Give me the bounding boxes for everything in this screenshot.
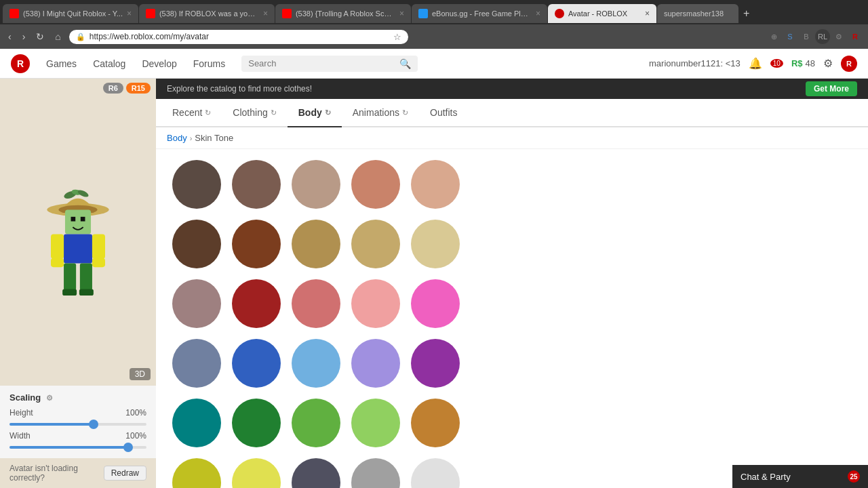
tab-close-yt1[interactable]: × bbox=[127, 9, 132, 18]
tab-animations[interactable]: Animations ↻ bbox=[342, 99, 419, 126]
color-swatch-5-1[interactable] bbox=[232, 458, 281, 488]
color-swatch-0-4[interactable] bbox=[411, 160, 460, 209]
color-swatch-2-4[interactable] bbox=[411, 279, 460, 328]
color-swatch-1-1[interactable] bbox=[232, 220, 281, 268]
clothing-refresh-icon: ↻ bbox=[271, 108, 277, 117]
chat-bar[interactable]: Chat & Party 25 bbox=[732, 465, 868, 488]
tab-favicon-ebonus bbox=[418, 9, 428, 18]
color-swatch-4-3[interactable] bbox=[351, 399, 400, 447]
nav-forums[interactable]: Forums bbox=[193, 58, 225, 69]
color-swatch-2-0[interactable] bbox=[172, 279, 221, 328]
height-slider-thumb[interactable] bbox=[89, 420, 98, 429]
color-swatch-3-4[interactable] bbox=[411, 339, 460, 388]
color-swatch-3-1[interactable] bbox=[232, 339, 281, 388]
redraw-button[interactable]: Redraw bbox=[104, 466, 146, 481]
nav-catalog[interactable]: Catalog bbox=[93, 58, 125, 69]
tab-ebonus[interactable]: eBonus.gg - Free Game Play... × bbox=[412, 4, 547, 23]
tab-bar: (538) I Might Quit Roblox - Y... × (538)… bbox=[0, 0, 868, 24]
roblox-nav: R Games Catalog Develop Forums 🔍 marionu… bbox=[0, 49, 868, 79]
settings-icon[interactable]: ⚙ bbox=[823, 57, 833, 70]
color-swatch-3-0[interactable] bbox=[172, 339, 221, 388]
tab-roblox[interactable]: Avatar - ROBLOX × bbox=[548, 4, 656, 23]
color-swatch-1-3[interactable] bbox=[351, 220, 400, 268]
width-slider-container[interactable] bbox=[9, 446, 146, 449]
search-box[interactable]: 🔍 bbox=[241, 56, 418, 72]
tab-outfits[interactable]: Outfits bbox=[419, 99, 468, 126]
color-swatch-5-4[interactable] bbox=[411, 458, 460, 488]
color-swatch-5-2[interactable] bbox=[292, 458, 340, 488]
color-swatch-1-2[interactable] bbox=[292, 220, 340, 268]
color-swatch-1-4[interactable] bbox=[411, 220, 460, 268]
browser-toolbar-icons: ⊕ S B RL ⚙ R bbox=[766, 29, 863, 44]
color-swatch-2-3[interactable] bbox=[351, 279, 400, 328]
breadcrumb-parent[interactable]: Body bbox=[167, 133, 187, 143]
color-swatch-0-0[interactable] bbox=[172, 160, 221, 209]
toolbar-icon-4[interactable]: RL bbox=[815, 29, 830, 44]
tab-body[interactable]: Body ↻ bbox=[288, 99, 342, 126]
toolbar-icon-2[interactable]: S bbox=[783, 29, 797, 44]
color-swatch-4-0[interactable] bbox=[172, 399, 221, 447]
color-swatch-3-2[interactable] bbox=[292, 339, 340, 388]
notification-icon[interactable]: 🔔 bbox=[749, 57, 762, 70]
top-banner: Explore the catalog to find more clothes… bbox=[156, 79, 868, 99]
forward-button[interactable]: › bbox=[20, 30, 28, 43]
tab-close-ebonus[interactable]: × bbox=[536, 9, 540, 18]
color-swatch-3-3[interactable] bbox=[351, 339, 400, 388]
toolbar-icon-5[interactable]: ⚙ bbox=[831, 29, 846, 44]
roblox-logo[interactable]: R bbox=[11, 54, 30, 73]
notification-badge: 10 bbox=[770, 59, 783, 68]
tab-close-roblox[interactable]: × bbox=[645, 9, 650, 18]
color-swatch-5-3[interactable] bbox=[351, 458, 400, 488]
color-swatch-5-0[interactable] bbox=[172, 458, 221, 488]
search-input[interactable] bbox=[248, 58, 395, 68]
tab-yt1[interactable]: (538) I Might Quit Roblox - Y... × bbox=[3, 4, 138, 23]
color-swatch-4-4[interactable] bbox=[411, 399, 460, 447]
tab-recent[interactable]: Recent ↻ bbox=[161, 99, 222, 126]
height-label: Height bbox=[9, 408, 33, 418]
nav-develop[interactable]: Develop bbox=[142, 58, 176, 69]
bookmark-icon[interactable]: ☆ bbox=[393, 32, 401, 42]
tab-label-yt1: (538) I Might Quit Roblox - Y... bbox=[23, 9, 123, 18]
color-swatch-4-1[interactable] bbox=[232, 399, 281, 447]
user-icon[interactable]: R bbox=[841, 56, 857, 72]
toolbar-icon-1[interactable]: ⊕ bbox=[766, 29, 781, 44]
tab-yt2[interactable]: (538) If ROBLOX was a youtu... × bbox=[139, 4, 275, 23]
r6-badge[interactable]: R6 bbox=[103, 83, 123, 94]
tab-extra[interactable]: supersmasher138 bbox=[657, 4, 738, 23]
url-icons: ☆ bbox=[393, 32, 401, 42]
color-grid-container bbox=[156, 149, 868, 488]
width-slider-thumb[interactable] bbox=[123, 443, 133, 452]
url-box[interactable]: 🔒 https://web.roblox.com/my/avatar ☆ bbox=[69, 30, 408, 44]
svg-rect-5 bbox=[65, 209, 91, 234]
color-swatch-0-3[interactable] bbox=[351, 160, 400, 209]
tab-close-yt3[interactable]: × bbox=[399, 9, 404, 18]
redraw-section: Avatar isn't loading correctly? Redraw bbox=[0, 458, 156, 488]
tab-close-yt2[interactable]: × bbox=[263, 9, 268, 18]
avatar-3d-label[interactable]: 3D bbox=[130, 368, 151, 380]
color-swatch-1-0[interactable] bbox=[172, 220, 221, 268]
tab-label-yt3: (538) {Trolling A Roblox Scan... bbox=[296, 9, 395, 18]
color-swatch-2-1[interactable] bbox=[232, 279, 281, 328]
robux-display: R$ 48 bbox=[791, 58, 815, 68]
color-swatch-2-2[interactable] bbox=[292, 279, 340, 328]
home-button[interactable]: ⌂ bbox=[52, 30, 63, 43]
color-swatch-0-2[interactable] bbox=[292, 160, 340, 209]
svg-rect-12 bbox=[80, 263, 92, 290]
get-more-button[interactable]: Get More bbox=[806, 81, 857, 96]
toolbar-icon-6[interactable]: R bbox=[848, 29, 863, 44]
banner-text: Explore the catalog to find more clothes… bbox=[167, 84, 312, 94]
reload-button[interactable]: ↻ bbox=[33, 30, 47, 43]
recent-refresh-icon: ↻ bbox=[205, 108, 211, 117]
robux-amount: 48 bbox=[806, 58, 815, 68]
color-swatch-0-1[interactable] bbox=[232, 160, 281, 209]
nav-games[interactable]: Games bbox=[46, 58, 77, 69]
toolbar-icon-3[interactable]: B bbox=[799, 29, 814, 44]
r15-badge[interactable]: R15 bbox=[126, 83, 151, 94]
tab-yt3[interactable]: (538) {Trolling A Roblox Scan... × bbox=[275, 4, 411, 23]
body-refresh-icon: ↻ bbox=[325, 108, 331, 117]
height-slider-container[interactable] bbox=[9, 423, 146, 426]
new-tab-button[interactable]: + bbox=[739, 7, 753, 20]
tab-clothing[interactable]: Clothing ↻ bbox=[222, 99, 287, 126]
color-swatch-4-2[interactable] bbox=[292, 399, 340, 447]
back-button[interactable]: ‹ bbox=[5, 30, 14, 43]
